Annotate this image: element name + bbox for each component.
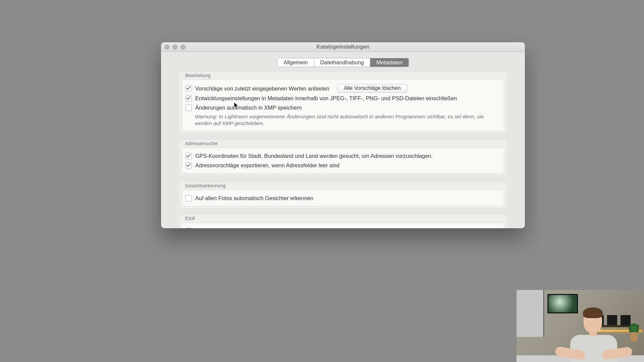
checkbox-exif-date[interactable] [185,228,192,229]
pip-person [555,303,626,362]
row-suggest-recent: Vorschläge von zuletzt eingegebenen Wert… [185,83,498,94]
section-address-title: Adressensuche [179,140,507,147]
window-controls [164,42,185,52]
checkbox-auto-xmp[interactable] [185,105,192,111]
titlebar: Katalogeinstellungen [161,42,525,52]
section-faces: Gesichtserkennung Auf allen Fotos automa… [179,182,507,208]
section-exif: EXIF Datums- oder Zeitänderungen in prop… [179,215,507,228]
pip-room [517,290,644,362]
row-include-dev: Entwicklungseinstellungen in Metadaten i… [185,94,498,103]
label-exif-date: Datums- oder Zeitänderungen in proprietä… [195,227,362,228]
pip-plant [627,323,641,344]
tab-metadata[interactable]: Metadaten [370,58,409,67]
checkbox-gps-lookup[interactable] [185,153,192,159]
section-editing-body: Vorschläge von zuletzt eingegebenen Wert… [182,79,504,131]
catalog-settings-window: Katalogeinstellungen Allgemein Dateihand… [161,42,525,228]
content-area: Allgemein Dateihandhabung Metadaten Bear… [161,52,525,228]
close-icon[interactable] [164,45,169,50]
window-title: Katalogeinstellungen [317,44,370,50]
xmp-warning-text: Warnung: In Lightroom vorgenommene Änder… [185,112,498,128]
section-editing-title: Bearbeitung [179,72,507,79]
label-gps-lookup: GPS-Koordinaten für Stadt, Bundesland un… [195,152,433,160]
row-export-suggestions: Adressvorschläge exportieren, wenn Adres… [185,161,498,170]
section-address: Adressensuche GPS-Koordinaten für Stadt,… [179,140,507,176]
row-auto-xmp: Änderungen automatisch in XMP speichern [185,103,498,112]
tab-group: Allgemein Dateihandhabung Metadaten [277,58,409,67]
row-exif-date: Datums- oder Zeitänderungen in proprietä… [185,226,498,228]
pip-monitor [517,290,544,337]
checkbox-include-dev[interactable] [185,95,192,102]
section-editing: Bearbeitung Vorschläge von zuletzt einge… [179,72,507,133]
section-exif-body: Datums- oder Zeitänderungen in proprietä… [182,223,504,228]
tab-filehandling[interactable]: Dateihandhabung [314,58,370,67]
checkbox-auto-faces[interactable] [185,195,192,201]
webcam-overlay [517,290,644,362]
minimize-icon[interactable] [172,45,177,50]
zoom-icon[interactable] [180,45,185,50]
checkbox-export-suggestions[interactable] [185,162,192,169]
row-gps-lookup: GPS-Koordinaten für Stadt, Bundesland un… [185,151,498,161]
label-suggest-recent: Vorschläge von zuletzt eingegebenen Wert… [195,85,329,92]
section-address-body: GPS-Koordinaten für Stadt, Bundesland un… [182,147,504,174]
checkbox-suggest-recent[interactable] [185,85,192,92]
tab-general[interactable]: Allgemein [277,58,314,67]
tab-bar: Allgemein Dateihandhabung Metadaten [179,58,507,67]
section-exif-title: EXIF [179,215,507,223]
label-include-dev: Entwicklungseinstellungen in Metadaten i… [195,95,457,102]
label-auto-xmp: Änderungen automatisch in XMP speichern [195,104,302,111]
section-faces-title: Gesichtserkennung [179,182,507,190]
row-auto-faces: Auf allen Fotos automatisch Gesichter er… [185,193,498,203]
label-export-suggestions: Adressvorschläge exportieren, wenn Adres… [195,162,339,169]
clear-suggestions-button[interactable]: Alle Vorschläge löschen [337,84,407,93]
pip-hair [583,307,603,318]
label-auto-faces: Auf allen Fotos automatisch Gesichter er… [195,194,313,202]
section-faces-body: Auf allen Fotos automatisch Gesichter er… [182,190,504,206]
